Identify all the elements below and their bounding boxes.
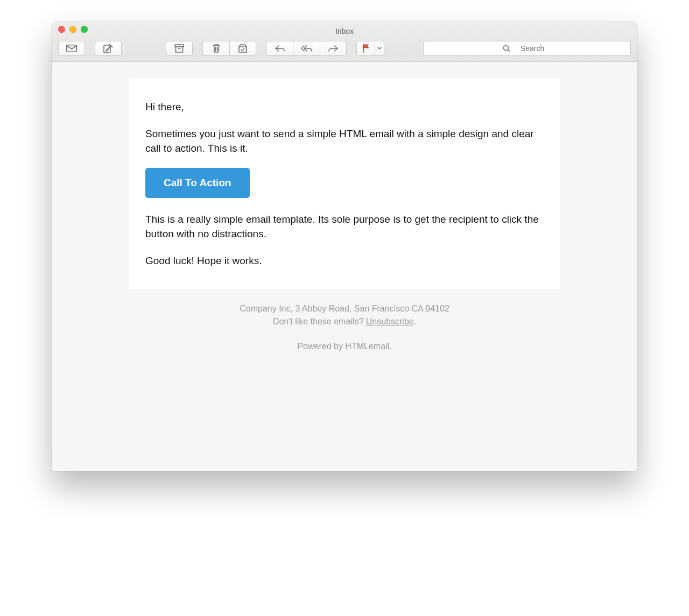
toolbar [52, 37, 637, 61]
flag-button[interactable] [356, 41, 375, 56]
powered-by: Powered by HTMLemail. [52, 340, 637, 353]
reply-all-icon [301, 45, 313, 52]
footer-address: Company Inc, 3 Abbey Road, San Francisco… [52, 302, 637, 315]
window-title: Inbox [52, 26, 637, 37]
svg-rect-0 [67, 45, 76, 52]
archive-button[interactable] [166, 41, 193, 56]
titlebar: Inbox [52, 22, 637, 62]
unsubscribe-link[interactable]: Unsubscribe [366, 317, 414, 326]
archive-icon [174, 44, 184, 53]
close-window-button[interactable] [58, 26, 65, 33]
search-field[interactable] [423, 41, 631, 56]
email-closing: Good luck! Hope it works. [145, 253, 544, 268]
email-footer: Company Inc, 3 Abbey Road, San Francisco… [52, 289, 637, 353]
unsub-prefix: Don't like these emails? [273, 317, 366, 326]
search-input[interactable] [514, 44, 551, 53]
reply-icon [275, 45, 285, 52]
svg-rect-3 [176, 47, 183, 52]
cta-button[interactable]: Call To Action [145, 168, 250, 198]
forward-button[interactable] [320, 41, 347, 56]
compose-icon [103, 44, 113, 53]
email-body-2: This is a really simple email template. … [145, 212, 544, 242]
flag-dropdown-button[interactable] [375, 41, 384, 56]
reply-button[interactable] [266, 41, 293, 56]
email-body: Hi there, Sometimes you just want to sen… [129, 78, 560, 289]
zoom-window-button[interactable] [81, 26, 88, 33]
email-intro: Sometimes you just want to send a simple… [145, 126, 544, 156]
email-greeting: Hi there, [145, 100, 544, 115]
traffic-lights [58, 26, 88, 33]
reply-all-button[interactable] [293, 41, 320, 56]
get-mail-button[interactable] [58, 41, 85, 56]
envelope-icon [66, 45, 77, 52]
forward-icon [328, 45, 339, 52]
svg-line-7 [508, 50, 510, 52]
flag-icon [362, 44, 370, 53]
footer-unsub-line: Don't like these emails? Unsubscribe. [52, 315, 637, 328]
junk-icon [238, 44, 248, 53]
unsub-suffix: . [414, 317, 416, 326]
message-viewer: Hi there, Sometimes you just want to sen… [52, 62, 637, 471]
compose-button[interactable] [95, 41, 122, 56]
junk-button[interactable] [229, 41, 256, 56]
delete-button[interactable] [202, 41, 229, 56]
search-icon [503, 45, 510, 52]
chevron-down-icon [377, 47, 382, 50]
app-window: Inbox [52, 22, 637, 471]
minimize-window-button[interactable] [69, 26, 76, 33]
trash-icon [212, 44, 221, 53]
